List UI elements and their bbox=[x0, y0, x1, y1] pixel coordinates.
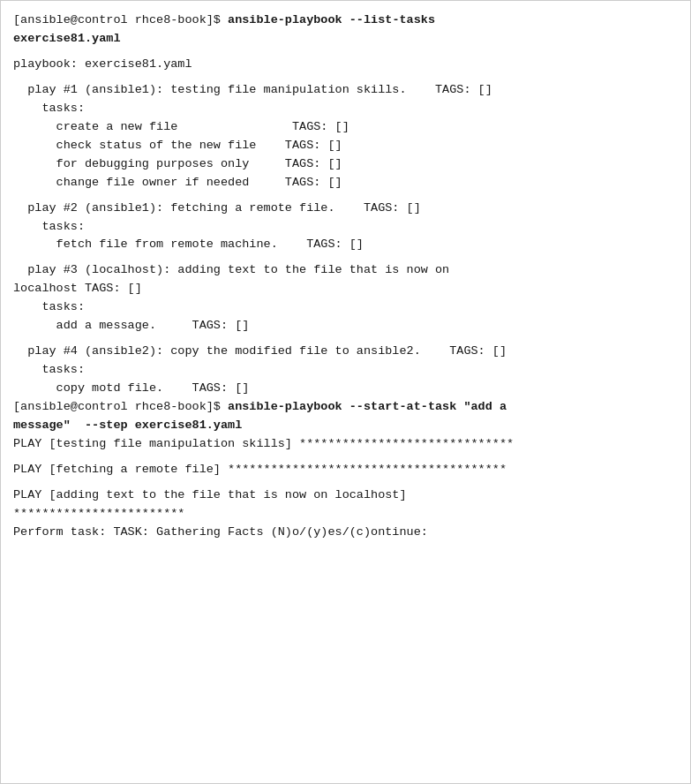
terminal-line: check status of the new file TAGS: [] bbox=[13, 137, 678, 155]
terminal-line: PLAY [adding text to the file that is no… bbox=[13, 486, 678, 505]
terminal-line: play #4 (ansible2): copy the modified fi… bbox=[13, 343, 678, 361]
terminal-line bbox=[13, 192, 678, 199]
terminal-line bbox=[13, 479, 678, 486]
terminal-line: play #1 (ansible1): testing file manipul… bbox=[13, 81, 678, 100]
terminal-line: fetch file from remote machine. TAGS: [] bbox=[13, 236, 678, 254]
terminal-line: playbook: exercise81.yaml bbox=[13, 56, 678, 74]
terminal-line: add a message. TAGS: [] bbox=[13, 317, 678, 335]
terminal-line bbox=[13, 74, 678, 81]
terminal-line: message" --step exercise81.yaml bbox=[13, 417, 678, 435]
terminal-line: tasks: bbox=[13, 298, 678, 317]
terminal-line: exercise81.yaml bbox=[13, 30, 678, 49]
terminal-line: [ansible@control rhce8-book]$ ansible-pl… bbox=[13, 398, 678, 417]
terminal-line bbox=[13, 454, 678, 461]
terminal-line: tasks: bbox=[13, 361, 678, 380]
terminal-line: play #2 (ansible1): fetching a remote fi… bbox=[13, 200, 678, 218]
terminal-line: PLAY [fetching a remote file] **********… bbox=[13, 461, 678, 479]
terminal-line: change file owner if needed TAGS: [] bbox=[13, 174, 678, 192]
terminal-line: for debugging purposes only TAGS: [] bbox=[13, 155, 678, 174]
terminal-line: tasks: bbox=[13, 100, 678, 118]
terminal-line: PLAY [testing file manipulation skills] … bbox=[13, 435, 678, 454]
terminal-line bbox=[13, 49, 678, 56]
terminal-line: tasks: bbox=[13, 218, 678, 237]
terminal-line: localhost TAGS: [] bbox=[13, 280, 678, 298]
terminal-line: ************************ bbox=[13, 505, 678, 524]
terminal-window: [ansible@control rhce8-book]$ ansible-pl… bbox=[0, 0, 691, 784]
terminal-line: [ansible@control rhce8-book]$ ansible-pl… bbox=[13, 11, 678, 30]
terminal-line: copy motd file. TAGS: [] bbox=[13, 380, 678, 398]
terminal-line: play #3 (localhost): adding text to the … bbox=[13, 261, 678, 280]
terminal-line: Perform task: TASK: Gathering Facts (N)o… bbox=[13, 524, 678, 542]
terminal-line: create a new file TAGS: [] bbox=[13, 118, 678, 137]
terminal-line bbox=[13, 254, 678, 261]
terminal-line bbox=[13, 335, 678, 343]
